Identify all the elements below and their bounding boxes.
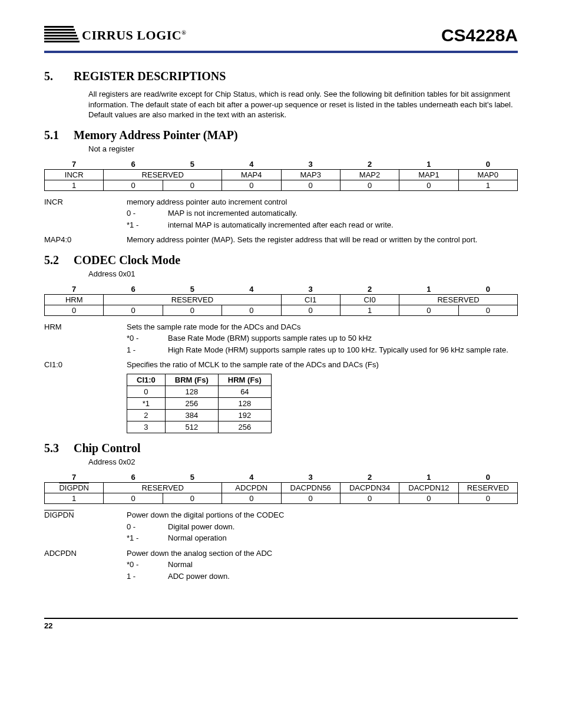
digpdn-definition: DIGPDN Power down the digital portions o… — [44, 510, 518, 545]
logo-bars-icon — [44, 24, 80, 47]
table-row: 1 0 0 0 0 0 0 1 — [45, 180, 518, 190]
svg-rect-0 — [44, 26, 74, 28]
svg-rect-5 — [44, 41, 80, 42]
ci-definition: CI1:0 Specifies the ratio of MCLK to the… — [44, 360, 518, 370]
table-row: HRM RESERVED CI1 CI0 RESERVED — [45, 294, 518, 305]
map-definition: MAP4:0 Memory address pointer (MAP). Set… — [44, 235, 518, 245]
section-5-2-heading: 5.2CODEC Clock Mode — [44, 253, 518, 267]
company-logo: CIRRUS LOGIC® — [44, 24, 186, 47]
address-0x02: Address 0x02 — [88, 457, 518, 466]
table-row: 0 0 0 0 0 1 0 0 — [45, 305, 518, 315]
section-5-1-heading: 5.1Memory Address Pointer (MAP) — [44, 129, 518, 142]
not-a-register-note: Not a register — [88, 144, 518, 153]
map-bit-table: 7 6 5 4 3 2 1 0 INCR RESERVED MAP4 MAP3 … — [44, 159, 518, 191]
svg-rect-1 — [44, 29, 75, 31]
company-name: CIRRUS LOGIC® — [82, 28, 186, 43]
svg-rect-4 — [44, 38, 78, 39]
adcpdn-definition: ADCPDN Power down the analog section of … — [44, 548, 518, 583]
hrm-definition: HRM Sets the sample rate mode for the AD… — [44, 322, 518, 357]
svg-rect-2 — [44, 32, 76, 34]
table-row: 2384192 — [127, 410, 272, 421]
table-row: 1 0 0 0 0 0 0 0 — [45, 493, 518, 504]
chip-control-bit-table: 7 6 5 4 3 2 1 0 DIGPDN RESERVED ADCPDN D… — [44, 472, 518, 504]
section-5-heading: 5.REGISTER DESCRIPTIONS — [44, 70, 518, 83]
address-0x01: Address 0x01 — [88, 269, 518, 278]
codec-clock-bit-table: 7 6 5 4 3 2 1 0 HRM RESERVED CI1 CI0 RES… — [44, 284, 518, 316]
table-row: INCR RESERVED MAP4 MAP3 MAP2 MAP1 MAP0 — [45, 169, 518, 180]
table-row: 012864 — [127, 386, 272, 398]
incr-definition: INCR memory address pointer auto increme… — [44, 197, 518, 232]
table-row: DIGPDN RESERVED ADCPDN DACPDN56 DACPDN34… — [45, 483, 518, 493]
ci-ratio-table: CI1:0BRM (Fs)HRM (Fs) 012864 *1256128 23… — [127, 374, 272, 433]
page-number: 22 — [44, 621, 52, 630]
part-number: CS4228A — [441, 25, 518, 45]
table-row: 3512256 — [127, 421, 272, 433]
svg-rect-3 — [44, 35, 77, 37]
section-5-3-heading: 5.3Chip Control — [44, 442, 518, 455]
page-header: CIRRUS LOGIC® CS4228A — [44, 24, 518, 53]
table-row: *1256128 — [127, 398, 272, 410]
section-5-intro: All registers are read/write except for … — [88, 89, 518, 120]
page-footer: 22 — [44, 618, 518, 630]
